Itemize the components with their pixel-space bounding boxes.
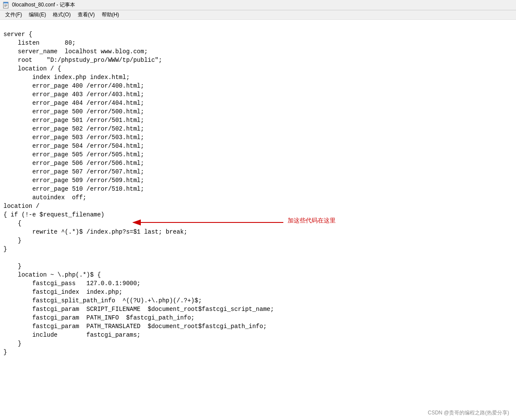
titlebar: 0localhost_80.conf - 记事本 [0,0,516,10]
menu-file[interactable]: 文件(F) [2,11,25,19]
code-line: } [3,339,513,348]
code-line: error_page 501 /error/501.html; [3,116,513,125]
code-line: fastcgi_split_path_info ^((?U).+\.php)(/… [3,296,513,305]
code-line: { [3,219,513,228]
code-line: } [3,348,513,356]
code-line: } [3,245,513,253]
code-line: error_page 510 /error/510.html; [3,185,513,193]
code-line: fastcgi_param PATH_TRANSLATED $document_… [3,322,513,331]
code-line: error_page 505 /error/505.html; [3,150,513,159]
code-line [3,253,513,262]
code-line: fastcgi_index index.php; [3,288,513,296]
code-line: } [3,236,513,245]
code-line: listen 80; [3,39,513,47]
titlebar-title: 0localhost_80.conf - 记事本 [12,1,75,9]
code-line: error_page 400 /error/400.html; [3,82,513,90]
code-line: error_page 504 /error/504.html; [3,142,513,150]
svg-rect-1 [3,2,8,3]
menu-help[interactable]: 帮助(H) [98,11,123,19]
code-line: autoindex off; [3,193,513,202]
notepad-icon [3,2,9,9]
code-line: fastcgi_param PATH_INFO $fastcgi_path_in… [3,313,513,322]
watermark: CSDN @贵哥的编程之路(热爱分享) [428,409,509,417]
code-line: root "D:/phpstudy_pro/WWW/tp/public"; [3,56,513,64]
code-line: error_page 509 /error/509.html; [3,176,513,185]
code-line: error_page 506 /error/506.html; [3,159,513,167]
menu-edit[interactable]: 编辑(E) [25,11,49,19]
code-line: index index.php index.html; [3,73,513,82]
menubar: 文件(F) 编辑(E) 格式(O) 查看(V) 帮助(H) [0,10,516,20]
code-line: error_page 404 /error/404.html; [3,99,513,107]
code-line: server { [3,30,513,39]
code-line: location ~ \.php(.*)$ { [3,271,513,279]
menu-format[interactable]: 格式(O) [49,11,74,19]
code-line: rewrite ^(.*)$ /index.php?s=$1 last; bre… [3,228,513,236]
code-line: } [3,262,513,271]
code-line: fastcgi_param SCRIPT_FILENAME $document_… [3,305,513,313]
code-line: fastcgi_pass 127.0.0.1:9000; [3,279,513,288]
code-line: location / [3,202,513,210]
code-line: server_name localhost www.blog.com; [3,47,513,56]
code-line: error_page 507 /error/507.html; [3,167,513,176]
code-line: error_page 502 /error/502.html; [3,125,513,133]
code-line: error_page 403 /error/403.html; [3,90,513,99]
code-line: location / { [3,64,513,73]
editor[interactable]: server { listen 80; server_name localhos… [0,20,516,420]
code-line: error_page 500 /error/500.html; [3,107,513,116]
menu-view[interactable]: 查看(V) [74,11,98,19]
code-line: include fastcgi_params; [3,331,513,339]
code-line: error_page 503 /error/503.html; [3,133,513,142]
code-line: { if (!-e $request_filename) [3,210,513,219]
